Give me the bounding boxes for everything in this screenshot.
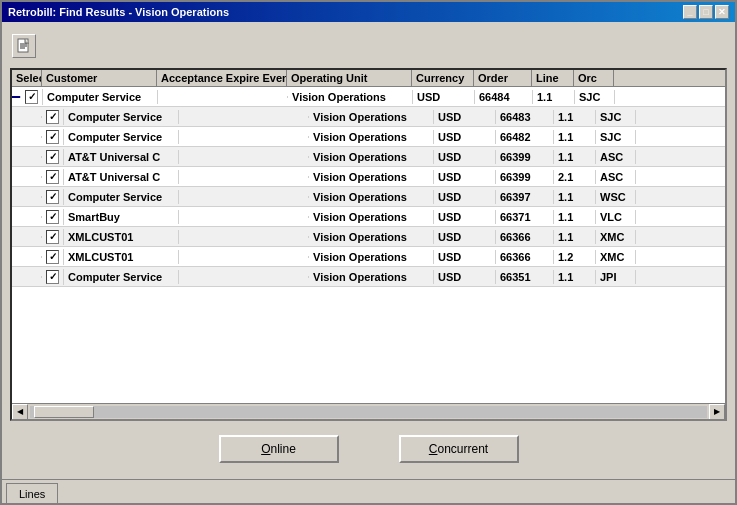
row-checkbox[interactable]: ✓ xyxy=(46,190,59,204)
line-cell: 1.2 xyxy=(554,250,596,264)
select-marker xyxy=(12,116,42,118)
customer-cell: Computer Service xyxy=(64,110,179,124)
row-checkbox-cell: ✓ xyxy=(42,149,64,165)
table-row: ✓AT&T Universal CVision OperationsUSD663… xyxy=(12,167,725,187)
line-cell: 1.1 xyxy=(554,150,596,164)
order-cell: 66351 xyxy=(496,270,554,284)
table-row: ✓Computer ServiceVision OperationsUSD664… xyxy=(12,107,725,127)
order-cell: 66366 xyxy=(496,230,554,244)
table-row: ✓Computer ServiceVision OperationsUSD663… xyxy=(12,187,725,207)
operating-unit-cell: Vision Operations xyxy=(309,250,434,264)
window-controls: _ □ ✕ xyxy=(683,5,729,19)
acceptance-cell xyxy=(179,116,309,118)
concurrent-button[interactable]: Concurrent xyxy=(399,435,519,463)
select-marker xyxy=(12,96,21,98)
row-checkbox[interactable]: ✓ xyxy=(46,130,59,144)
operating-unit-cell: Vision Operations xyxy=(309,190,434,204)
order-cell: 66482 xyxy=(496,130,554,144)
horizontal-scrollbar[interactable]: ◀ ▶ xyxy=(12,403,725,419)
acceptance-cell xyxy=(179,196,309,198)
col-header-order: Order xyxy=(474,70,532,86)
order-cell: 66397 xyxy=(496,190,554,204)
maximize-button[interactable]: □ xyxy=(699,5,713,19)
row-checkbox[interactable]: ✓ xyxy=(46,270,59,284)
window-title: Retrobill: Find Results - Vision Operati… xyxy=(8,6,229,18)
tab-bar: Lines xyxy=(2,479,735,503)
order-cell: 66366 xyxy=(496,250,554,264)
table-row: ✓XMLCUST01Vision OperationsUSD663661.2XM… xyxy=(12,247,725,267)
orc-cell: VLC xyxy=(596,210,636,224)
row-checkbox[interactable]: ✓ xyxy=(25,90,38,104)
select-marker xyxy=(12,216,42,218)
customer-cell: Computer Service xyxy=(64,130,179,144)
acceptance-cell xyxy=(179,136,309,138)
line-cell: 1.1 xyxy=(554,110,596,124)
operating-unit-cell: Vision Operations xyxy=(309,230,434,244)
col-header-currency: Currency xyxy=(412,70,474,86)
orc-cell: WSC xyxy=(596,190,636,204)
online-button[interactable]: Online xyxy=(219,435,339,463)
currency-cell: USD xyxy=(434,130,496,144)
col-header-select: Select xyxy=(12,70,42,86)
orc-cell: SJC xyxy=(596,130,636,144)
line-cell: 2.1 xyxy=(554,170,596,184)
scroll-left-button[interactable]: ◀ xyxy=(12,404,28,420)
button-row: Online Concurrent xyxy=(10,427,727,471)
order-cell: 66399 xyxy=(496,150,554,164)
table-row: ✓Computer ServiceVision OperationsUSD664… xyxy=(12,127,725,147)
line-cell: 1.1 xyxy=(554,190,596,204)
currency-cell: USD xyxy=(434,270,496,284)
row-checkbox[interactable]: ✓ xyxy=(46,150,59,164)
scroll-right-button[interactable]: ▶ xyxy=(709,404,725,420)
select-marker xyxy=(12,236,42,238)
currency-cell: USD xyxy=(434,150,496,164)
results-table: Select Customer Acceptance Expire Event … xyxy=(10,68,727,421)
orc-cell: SJC xyxy=(596,110,636,124)
scroll-thumb[interactable] xyxy=(34,406,94,418)
operating-unit-cell: Vision Operations xyxy=(309,110,434,124)
select-marker xyxy=(12,196,42,198)
operating-unit-cell: Vision Operations xyxy=(309,170,434,184)
col-header-operating: Operating Unit xyxy=(287,70,412,86)
doc-svg xyxy=(16,38,32,54)
col-header-acceptance: Acceptance Expire Event xyxy=(157,70,287,86)
row-checkbox[interactable]: ✓ xyxy=(46,250,59,264)
col-header-orc: Orc xyxy=(574,70,614,86)
acceptance-cell xyxy=(179,276,309,278)
row-checkbox-cell: ✓ xyxy=(42,129,64,145)
currency-cell: USD xyxy=(434,210,496,224)
select-marker xyxy=(12,156,42,158)
acceptance-cell xyxy=(179,216,309,218)
customer-cell: XMLCUST01 xyxy=(64,230,179,244)
currency-cell: USD xyxy=(434,230,496,244)
col-header-line: Line xyxy=(532,70,574,86)
row-checkbox[interactable]: ✓ xyxy=(46,110,59,124)
acceptance-cell xyxy=(179,256,309,258)
row-checkbox[interactable]: ✓ xyxy=(46,170,59,184)
orc-cell: XMC xyxy=(596,250,636,264)
table-row: ✓AT&T Universal CVision OperationsUSD663… xyxy=(12,147,725,167)
order-cell: 66399 xyxy=(496,170,554,184)
customer-cell: Computer Service xyxy=(43,90,158,104)
customer-cell: AT&T Universal C xyxy=(64,150,179,164)
table-body: ✓Computer ServiceVision OperationsUSD664… xyxy=(12,87,725,403)
table-row: ✓XMLCUST01Vision OperationsUSD663661.1XM… xyxy=(12,227,725,247)
document-icon[interactable] xyxy=(12,34,36,58)
tab-lines[interactable]: Lines xyxy=(6,483,58,503)
orc-cell: ASC xyxy=(596,170,636,184)
minimize-button[interactable]: _ xyxy=(683,5,697,19)
select-marker xyxy=(12,256,42,258)
table-header: Select Customer Acceptance Expire Event … xyxy=(12,70,725,87)
customer-cell: Computer Service xyxy=(64,270,179,284)
row-checkbox[interactable]: ✓ xyxy=(46,210,59,224)
close-button[interactable]: ✕ xyxy=(715,5,729,19)
tab-lines-label: Lines xyxy=(19,488,45,500)
row-checkbox-cell: ✓ xyxy=(42,229,64,245)
row-checkbox[interactable]: ✓ xyxy=(46,230,59,244)
title-bar: Retrobill: Find Results - Vision Operati… xyxy=(2,2,735,22)
select-marker xyxy=(12,276,42,278)
operating-unit-cell: Vision Operations xyxy=(309,270,434,284)
currency-cell: USD xyxy=(434,190,496,204)
table-row: ✓Computer ServiceVision OperationsUSD664… xyxy=(12,87,725,107)
orc-cell: SJC xyxy=(575,90,615,104)
